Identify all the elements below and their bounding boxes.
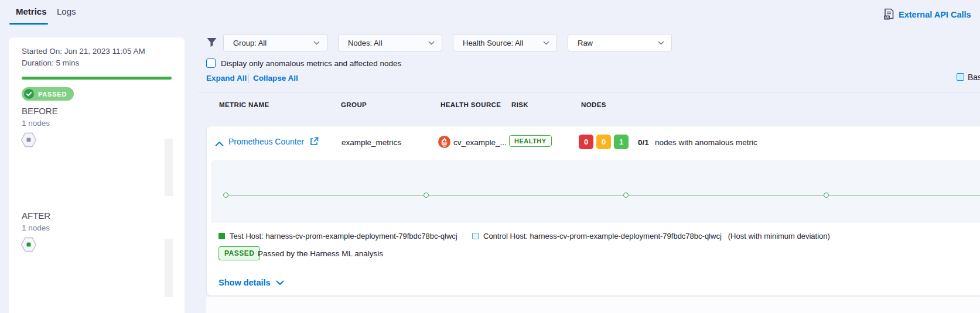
column-header-risk: RISK	[511, 101, 528, 108]
risk-status-badge: HEALTHY	[509, 135, 552, 147]
nodes-summary-ratio: 0/1	[638, 138, 649, 147]
external-api-calls-label: External API Calls	[899, 10, 971, 19]
column-header-metric-name: METRIC NAME	[219, 101, 269, 108]
external-link-icon[interactable]	[310, 137, 319, 148]
baseline-legend-swatch[interactable]	[957, 73, 964, 81]
group-filter-dropdown[interactable]: Group: All	[223, 34, 327, 51]
column-header-group: GROUP	[341, 101, 367, 108]
tab-metrics-active-underline	[9, 23, 48, 25]
collapse-all-link[interactable]: Collapse All	[253, 74, 298, 82]
group-filter-value: Group: All	[233, 39, 267, 47]
before-node-count: 1 nodes	[22, 119, 50, 128]
health-source-filter-value: Health Source: All	[463, 39, 523, 47]
after-section-title: AFTER	[22, 211, 50, 221]
column-header-health-source: HEALTH SOURCE	[441, 101, 501, 108]
chevron-down-icon	[658, 41, 664, 45]
chart-series-line	[226, 195, 980, 195]
after-node-count: 1 nodes	[22, 223, 50, 232]
timeseries-mode-value: Raw	[578, 39, 593, 47]
started-on-text: Started On: Jun 21, 2023 11:05 AM	[22, 46, 145, 57]
show-details-label: Show details	[218, 278, 271, 287]
column-header-nodes: NODES	[581, 101, 606, 108]
check-circle-icon	[24, 89, 34, 99]
filter-section-divider	[197, 92, 980, 92]
show-details-link[interactable]: Show details	[218, 278, 284, 287]
after-nodes-scrollbar[interactable]	[165, 239, 173, 297]
deployment-summary-panel: Started On: Jun 21, 2023 11:05 AM Durati…	[9, 37, 185, 313]
legend-test-host: Test Host: harness-cv-prom-example-deplo…	[218, 232, 457, 240]
metric-name-link[interactable]: Prometheus Counter	[228, 137, 304, 146]
test-host-swatch-icon	[218, 233, 225, 239]
external-api-calls-button[interactable]: API External API Calls	[883, 8, 971, 20]
tab-metrics[interactable]: Metrics	[16, 6, 47, 16]
prometheus-icon	[438, 136, 450, 150]
verification-status-badge: PASSED	[22, 87, 74, 101]
analysis-verdict-badge: PASSED	[218, 246, 260, 260]
warning-node-count-badge-orange: 0	[596, 135, 611, 149]
nodes-filter-value: Nodes: All	[348, 39, 383, 47]
chevron-down-icon	[428, 41, 435, 45]
before-nodes-scrollbar[interactable]	[165, 139, 173, 196]
api-document-icon: API	[883, 8, 894, 20]
metric-chart[interactable]	[211, 160, 980, 222]
verification-progress-bar	[22, 77, 172, 80]
healthy-node-count-badge-green: 1	[614, 135, 629, 149]
chart-data-point-marker[interactable]	[424, 192, 429, 198]
analysis-verdict-text: Passed by the Harness ML analysis	[258, 249, 383, 258]
control-host-swatch-icon	[472, 233, 479, 239]
before-section-title: BEFORE	[22, 106, 58, 116]
nodes-filter-dropdown[interactable]: Nodes: All	[338, 34, 442, 51]
svg-text:API: API	[885, 16, 889, 19]
links-divider	[248, 74, 249, 83]
before-node-hexagon-icon[interactable]	[21, 132, 37, 150]
chart-data-point-marker[interactable]	[223, 192, 228, 198]
chevron-down-icon	[313, 41, 320, 45]
anomalous-only-label: Display only anomalous metrics and affec…	[221, 59, 401, 68]
after-node-hexagon-icon[interactable]	[21, 237, 37, 254]
tab-logs[interactable]: Logs	[57, 6, 76, 16]
nodes-summary-text: nodes with anomalous metric	[655, 138, 757, 147]
health-source-filter-dropdown[interactable]: Health Source: All	[453, 34, 557, 51]
filter-funnel-icon	[206, 37, 217, 50]
health-source-cell: cv_example_...	[453, 138, 507, 147]
metric-group-cell: example_metrics	[342, 138, 401, 147]
legend-test-host-label: Test Host: harness-cv-prom-example-deplo…	[230, 232, 457, 240]
verification-status-label: PASSED	[38, 91, 67, 98]
legend-control-host: Control Host: harness-cv-prom-example-de…	[472, 232, 830, 240]
anomalous-node-count-badge-red: 0	[579, 135, 593, 149]
baseline-legend-label: Base	[968, 73, 980, 82]
collapse-row-chevron-up-icon[interactable]	[215, 139, 224, 149]
expand-all-link[interactable]: Expand All	[206, 74, 247, 82]
duration-text: Duration: 5 mins	[22, 57, 79, 69]
legend-control-note: (Host with minimum deviation)	[728, 232, 830, 240]
chart-data-point-marker[interactable]	[824, 192, 829, 198]
scroll-gutter	[206, 297, 980, 313]
timeseries-mode-dropdown[interactable]: Raw	[568, 34, 672, 51]
chart-data-point-marker[interactable]	[623, 192, 629, 198]
legend-control-host-label: Control Host: harness-cv-prom-example-de…	[483, 232, 722, 240]
anomalous-only-checkbox[interactable]	[206, 59, 216, 68]
chevron-down-icon	[276, 280, 284, 286]
chevron-down-icon	[543, 41, 549, 45]
